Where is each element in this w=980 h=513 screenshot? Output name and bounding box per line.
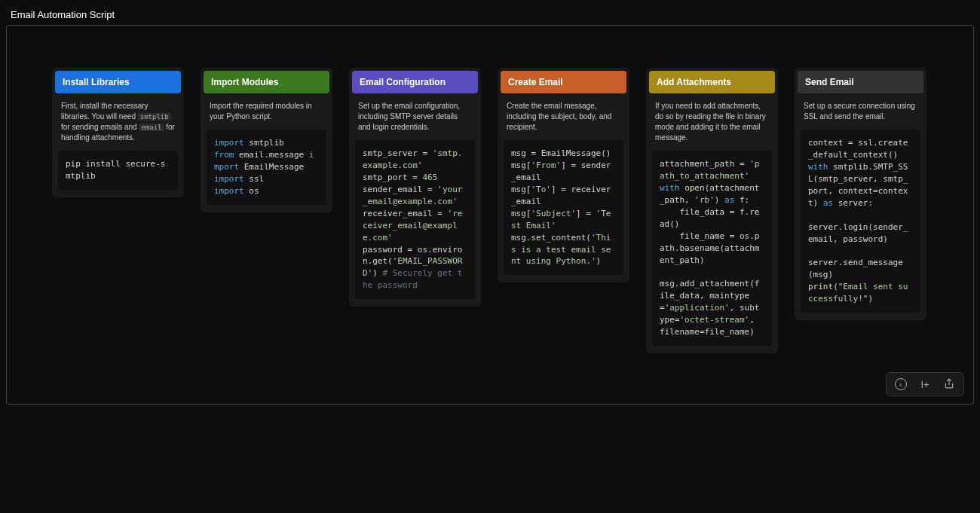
step-button[interactable]: I+	[917, 376, 933, 392]
code-block: attachment_path = 'path_to_attachment' w…	[652, 151, 772, 346]
card-description: Set up a secure connection using SSL and…	[798, 93, 923, 130]
card-header: Import Modules	[204, 71, 329, 93]
back-button[interactable]: ‹	[893, 376, 909, 392]
bottom-toolbar: ‹ I+	[886, 372, 964, 396]
card-header: Install Libraries	[55, 71, 181, 93]
card-header: Add Attachments	[649, 71, 775, 93]
card: Email ConfigurationSet up the email conf…	[349, 68, 481, 307]
card-description: Set up the email configuration, includin…	[352, 93, 478, 140]
code-block: import smtplib from email.message import…	[207, 130, 326, 205]
card: Import ModulesImport the required module…	[201, 68, 332, 212]
card-header: Create Email	[501, 71, 626, 93]
code-block: pip install secure-smtplib	[58, 151, 178, 190]
share-button[interactable]	[941, 376, 957, 392]
share-icon	[944, 378, 954, 391]
card-header: Email Configuration	[352, 71, 478, 93]
card: Create EmailCreate the email message, in…	[498, 68, 629, 282]
code-block: msg = EmailMessage() msg['From'] = sende…	[504, 140, 623, 275]
code-block: smtp_server = 'smtp.example.com' smtp_po…	[355, 140, 475, 299]
card-description: First, install the necessary libraries. …	[55, 93, 181, 151]
card-header: Send Email	[798, 71, 923, 93]
card-description: If you need to add attachments, do so by…	[649, 93, 775, 151]
chevron-left-icon: ‹	[895, 378, 907, 390]
card: Install LibrariesFirst, install the nece…	[52, 68, 184, 197]
card-description: Create the email message, including the …	[501, 93, 626, 140]
page-title: Email Automation Script	[0, 0, 980, 20]
card-description: Import the required modules in your Pyth…	[204, 93, 329, 130]
main-panel: Install LibrariesFirst, install the nece…	[6, 25, 974, 405]
code-block: context = ssl.create_default_context() w…	[801, 130, 920, 313]
card: Send EmailSet up a secure connection usi…	[795, 68, 926, 320]
card-row: Install LibrariesFirst, install the nece…	[7, 68, 973, 353]
card: Add AttachmentsIf you need to add attach…	[646, 68, 778, 353]
